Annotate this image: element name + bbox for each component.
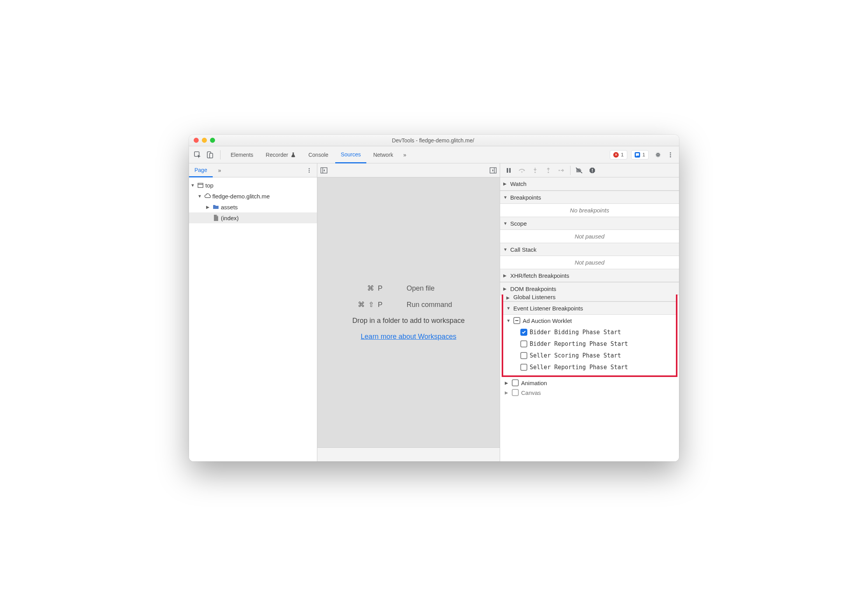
editor-footer	[317, 447, 500, 461]
chevron-down-icon: ▼	[191, 183, 195, 188]
checkbox-unchecked[interactable]	[512, 389, 519, 396]
flask-icon	[290, 152, 296, 158]
section-watch[interactable]: ▶ Watch	[500, 177, 679, 191]
pause-on-exceptions-button[interactable]	[586, 165, 598, 176]
section-xhr-breakpoints[interactable]: ▶ XHR/fetch Breakpoints	[500, 269, 679, 282]
svg-point-13	[521, 171, 522, 172]
tree-index-file[interactable]: (index)	[189, 212, 317, 223]
event-bidder-reporting[interactable]: Bidder Reporting Phase Start	[503, 338, 676, 350]
svg-point-8	[309, 172, 310, 173]
checkbox-unchecked[interactable]	[520, 364, 527, 371]
section-global-listeners[interactable]: ▶ Global Listeners	[503, 294, 676, 302]
section-scope[interactable]: ▼ Scope	[500, 217, 679, 230]
chevron-down-icon: ▼	[503, 221, 508, 226]
deactivate-breakpoints-button[interactable]	[573, 165, 585, 176]
minimize-window-button[interactable]	[202, 138, 207, 143]
inspect-element-icon[interactable]	[192, 149, 203, 160]
section-breakpoints[interactable]: ▼ Breakpoints	[500, 191, 679, 204]
section-event-listener-breakpoints[interactable]: ▼ Event Listener Breakpoints	[503, 302, 676, 315]
highlight-annotation: ▶ Global Listeners ▼ Event Listener Brea…	[502, 294, 677, 377]
folder-icon	[212, 203, 219, 210]
event-seller-scoring[interactable]: Seller Scoring Phase Start	[503, 350, 676, 361]
separator	[570, 166, 570, 175]
svg-point-7	[309, 170, 310, 171]
error-icon: ✕	[613, 152, 619, 158]
window-controls	[194, 138, 215, 143]
pause-button[interactable]	[502, 165, 515, 176]
issue-icon	[635, 152, 640, 158]
issues-badge[interactable]: 1	[631, 150, 649, 160]
device-toolbar-icon[interactable]	[205, 149, 215, 160]
tab-recorder[interactable]: Recorder	[260, 146, 301, 163]
checkbox-indeterminate[interactable]	[513, 317, 520, 324]
errors-badge[interactable]: ✕ 1	[610, 150, 627, 160]
toggle-debugger-icon[interactable]	[490, 167, 497, 174]
section-callstack[interactable]: ▼ Call Stack	[500, 243, 679, 256]
open-file-shortcut: ⌘ P	[341, 284, 383, 293]
svg-rect-12	[509, 168, 511, 173]
svg-point-5	[670, 156, 671, 157]
tab-sources[interactable]: Sources	[335, 146, 366, 163]
event-category-ad-auction[interactable]: ▼ Ad Auction Worklet	[503, 315, 676, 326]
separator	[220, 150, 220, 160]
svg-rect-11	[507, 168, 508, 173]
step-button[interactable]	[555, 165, 568, 176]
tree-top-frame[interactable]: ▼ top	[189, 180, 317, 191]
step-over-button[interactable]	[516, 165, 528, 176]
chevron-right-icon: ▶	[505, 380, 509, 386]
navigator-options[interactable]	[304, 168, 315, 173]
workspaces-link[interactable]: Learn more about Workspaces	[361, 333, 457, 341]
chevron-down-icon: ▼	[506, 306, 511, 310]
checkbox-unchecked[interactable]	[520, 340, 527, 347]
tab-console[interactable]: Console	[303, 146, 334, 163]
checkbox-unchecked[interactable]	[520, 352, 527, 359]
settings-button[interactable]	[653, 151, 663, 159]
chevron-down-icon: ▼	[198, 194, 202, 198]
sources-subbar: Page »	[189, 163, 679, 177]
run-command-shortcut: ⌘ ⇧ P	[341, 300, 383, 309]
drop-hint: Drop in a folder to add to workspace	[352, 317, 465, 325]
maximize-window-button[interactable]	[210, 138, 215, 143]
document-icon	[212, 214, 219, 221]
frame-icon	[197, 182, 204, 189]
callstack-empty: Not paused	[500, 256, 679, 269]
step-into-button[interactable]	[529, 165, 541, 176]
open-file-label: Open file	[407, 284, 477, 293]
more-tabs[interactable]: »	[400, 146, 410, 163]
toggle-navigator-icon[interactable]	[320, 167, 327, 174]
tab-network[interactable]: Network	[368, 146, 399, 163]
chevron-down-icon: ▼	[503, 195, 508, 200]
chevron-right-icon: ▶	[503, 286, 508, 291]
scope-empty: Not paused	[500, 230, 679, 243]
checkbox-checked[interactable]	[520, 329, 527, 336]
event-category-animation[interactable]: ▶ Animation	[500, 377, 679, 389]
subtab-page[interactable]: Page	[189, 163, 213, 177]
window-title: DevTools - fledge-demo.glitch.me/	[215, 137, 651, 144]
tree-assets-folder[interactable]: ▶ assets	[189, 202, 317, 212]
tab-elements[interactable]: Elements	[225, 146, 259, 163]
debugger-panel: ▶ Watch ▼ Breakpoints No breakpoints ▼ S…	[500, 177, 679, 461]
event-bidder-bidding[interactable]: Bidder Bidding Phase Start	[503, 326, 676, 338]
more-subtabs[interactable]: »	[213, 163, 227, 177]
file-navigator: ▼ top ▼ fledge-demo.glitch.me ▶	[189, 177, 317, 461]
chevron-down-icon: ▼	[506, 318, 511, 323]
chevron-right-icon: ▶	[206, 205, 211, 210]
devtools-window: DevTools - fledge-demo.glitch.me/ Elemen…	[189, 135, 679, 461]
svg-point-4	[670, 154, 671, 155]
event-category-canvas[interactable]: ▶ Canvas	[500, 389, 679, 396]
more-options-button[interactable]	[665, 152, 676, 158]
cloud-icon	[204, 193, 211, 200]
close-window-button[interactable]	[194, 138, 199, 143]
chevron-right-icon: ▶	[506, 295, 511, 300]
chevron-right-icon: ▶	[503, 181, 508, 186]
svg-point-3	[670, 152, 671, 153]
step-out-button[interactable]	[542, 165, 555, 176]
navigator-tabs: Page »	[189, 163, 317, 177]
tree-origin[interactable]: ▼ fledge-demo.glitch.me	[189, 191, 317, 202]
breakpoints-empty: No breakpoints	[500, 204, 679, 217]
section-dom-breakpoints[interactable]: ▶ DOM Breakpoints	[500, 282, 679, 295]
svg-rect-20	[515, 320, 518, 321]
svg-point-15	[548, 172, 549, 173]
event-seller-reporting[interactable]: Seller Reporting Phase Start	[503, 361, 676, 373]
checkbox-unchecked[interactable]	[512, 379, 519, 386]
